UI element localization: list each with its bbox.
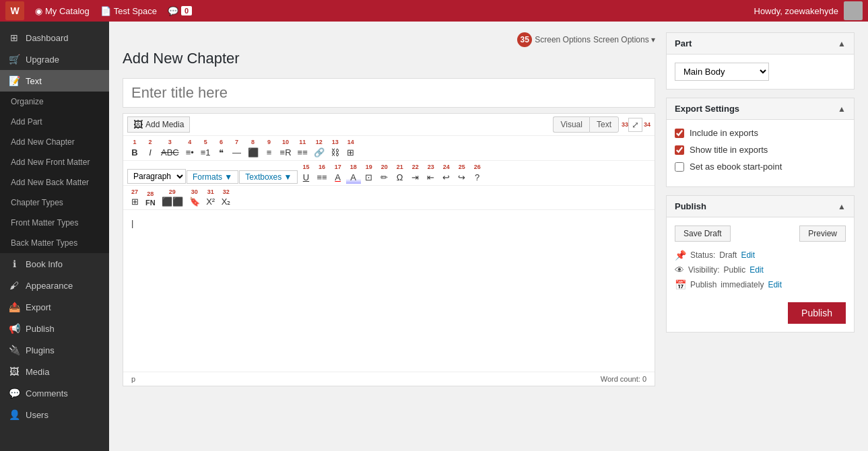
- layout-button[interactable]: ⬛⬛: [159, 195, 186, 208]
- sidebar-item-organize[interactable]: Organize: [0, 92, 109, 112]
- publish-time-edit-link[interactable]: Edit: [768, 280, 782, 289]
- footnote-button[interactable]: FN: [143, 197, 158, 208]
- italic-button[interactable]: I: [143, 146, 158, 159]
- text-label: Text: [26, 76, 42, 86]
- sidebar-item-back-matter-types[interactable]: Back Matter Types: [0, 233, 109, 253]
- show-title-label: Show title in exports: [690, 145, 768, 155]
- part-panel-header[interactable]: Part ▲: [667, 33, 854, 55]
- sidebar-item-media[interactable]: 🖼 Media: [0, 361, 109, 382]
- sidebar-item-front-matter-types[interactable]: Front Matter Types: [0, 213, 109, 233]
- sidebar-item-users[interactable]: 👤 Users: [0, 404, 109, 425]
- export-settings-title: Export Settings: [675, 104, 739, 114]
- comments-link[interactable]: 💬 0: [168, 6, 192, 16]
- underline-button[interactable]: U: [298, 171, 313, 184]
- dashboard-label: Dashboard: [26, 33, 69, 43]
- title-input[interactable]: [123, 78, 655, 108]
- publish-button[interactable]: Publish: [788, 302, 846, 324]
- sidebar-item-add-new-chapter[interactable]: Add New Chapter: [0, 132, 109, 152]
- help-button[interactable]: ?: [470, 171, 485, 184]
- plugins-label: Plugins: [26, 345, 55, 355]
- expand-button[interactable]: ⤢: [628, 118, 642, 132]
- sidebar-item-upgrade[interactable]: 🛒 Upgrade: [0, 48, 109, 70]
- sidebar-item-text[interactable]: 📝 Text: [0, 70, 109, 92]
- ebook-start-checkbox[interactable]: [675, 162, 684, 172]
- tb-12: 12 🔗: [311, 139, 327, 159]
- save-draft-button[interactable]: Save Draft: [675, 226, 731, 242]
- publish-icon-sidebar: 📢: [8, 323, 20, 334]
- tb-32: 32 X₂: [219, 188, 234, 209]
- tb-29: 29 ⬛⬛: [159, 188, 186, 209]
- bg-color-button[interactable]: A: [346, 171, 361, 184]
- tab-text[interactable]: Text: [589, 116, 619, 133]
- sidebar-item-add-part[interactable]: Add Part: [0, 112, 109, 132]
- clear-formatting-button[interactable]: ✏: [377, 171, 392, 184]
- right-panel: Part ▲ Main Body Export Settings ▲: [666, 32, 855, 440]
- text-color-button[interactable]: A: [331, 171, 345, 184]
- insert-table-button[interactable]: ⊡: [362, 171, 376, 184]
- sidebar-item-publish[interactable]: 📢 Publish: [0, 318, 109, 339]
- part-chevron-icon: ▲: [838, 39, 846, 48]
- editor-body[interactable]: |: [123, 210, 655, 372]
- bookmark-button[interactable]: 🔖: [187, 195, 203, 208]
- sidebar-item-add-new-front-matter[interactable]: Add New Front Matter: [0, 152, 109, 172]
- align-right-button[interactable]: ≡R: [277, 146, 294, 159]
- screen-options-text[interactable]: Screen Options ▾: [593, 35, 655, 44]
- visibility-edit-link[interactable]: Edit: [749, 265, 764, 275]
- include-exports-checkbox[interactable]: [675, 129, 684, 138]
- redo-button[interactable]: ↪: [455, 171, 469, 184]
- sidebar-item-comments[interactable]: 💬 Comments: [0, 382, 109, 404]
- tb-18: 18 A: [346, 164, 361, 184]
- justify-button[interactable]: ≡≡: [295, 146, 310, 159]
- export-icon: 📤: [8, 302, 20, 312]
- align-left-button[interactable]: ⬛: [245, 146, 261, 159]
- my-catalog-link[interactable]: ◉ My Catalog: [35, 6, 90, 16]
- insert-link-button[interactable]: 🔗: [311, 146, 327, 159]
- editor-area: 35 Screen Options Screen Options ▾ Add N…: [123, 32, 655, 440]
- preview-button[interactable]: Preview: [799, 226, 846, 242]
- show-title-checkbox[interactable]: [675, 145, 684, 155]
- test-space-link[interactable]: 📄 Test Space: [100, 6, 157, 16]
- add-media-button[interactable]: 🖼 Add Media: [127, 116, 190, 133]
- dashboard-icon: ⊞: [8, 32, 20, 43]
- sidebar-item-book-info[interactable]: ℹ Book Info: [0, 253, 109, 275]
- toolbar-row-0: 🖼 Add Media Visual Text 33 ⤢ 34: [123, 114, 655, 136]
- sidebar-item-add-new-back-matter[interactable]: Add New Back Matter: [0, 172, 109, 193]
- export-settings-header[interactable]: Export Settings ▲: [667, 98, 854, 120]
- part-select[interactable]: Main Body: [675, 63, 769, 81]
- textboxes-dropdown[interactable]: Textboxes ▼: [239, 170, 298, 184]
- tab-visual[interactable]: Visual: [553, 116, 589, 133]
- bold-button[interactable]: B: [127, 146, 142, 159]
- unordered-list-button[interactable]: ≡•: [182, 146, 197, 159]
- align-center-button[interactable]: ≡: [262, 146, 277, 159]
- list-options-button[interactable]: ≡≡: [314, 171, 329, 184]
- paragraph-select[interactable]: Paragraph: [127, 169, 186, 184]
- indent-button[interactable]: ⇥: [408, 171, 423, 184]
- wp-logo[interactable]: W: [5, 1, 24, 20]
- formats-dropdown[interactable]: Formats ▼: [187, 170, 238, 184]
- status-edit-link[interactable]: Edit: [741, 250, 755, 260]
- num-33: 33: [622, 121, 628, 129]
- blockquote-button[interactable]: ❝: [214, 146, 229, 159]
- outdent-button[interactable]: ⇤: [424, 171, 438, 184]
- strikethrough-button[interactable]: ABC: [158, 146, 182, 159]
- superscript-button[interactable]: X²: [203, 195, 218, 208]
- fullscreen-button[interactable]: ⊞: [343, 146, 358, 159]
- screen-options-label[interactable]: Screen Options: [535, 35, 591, 44]
- layout: ⊞ Dashboard 🛒 Upgrade 📝 Text Organize Ad…: [0, 22, 868, 451]
- remove-link-button[interactable]: ⛓: [328, 146, 343, 159]
- undo-button[interactable]: ↩: [439, 171, 454, 184]
- special-chars-button[interactable]: Ω: [393, 171, 407, 184]
- sidebar-item-export[interactable]: 📤 Export: [0, 296, 109, 318]
- publish-panel-header[interactable]: Publish ▲: [667, 196, 854, 217]
- table-insert-button[interactable]: ⊞: [127, 195, 142, 208]
- sidebar-item-dashboard[interactable]: ⊞ Dashboard: [0, 27, 109, 48]
- ordered-list-button[interactable]: ≡1: [198, 146, 213, 159]
- subscript-button[interactable]: X₂: [219, 195, 234, 208]
- sidebar-item-appearance[interactable]: 🖌 Appearance: [0, 275, 109, 296]
- horizontal-rule-button[interactable]: —: [230, 146, 244, 159]
- publish-time-label: Publish: [690, 280, 716, 289]
- tb-9: 9 ≡: [262, 139, 277, 159]
- sidebar-item-plugins[interactable]: 🔌 Plugins: [0, 339, 109, 361]
- sidebar-item-chapter-types[interactable]: Chapter Types: [0, 193, 109, 213]
- add-media-label: Add Media: [145, 120, 184, 129]
